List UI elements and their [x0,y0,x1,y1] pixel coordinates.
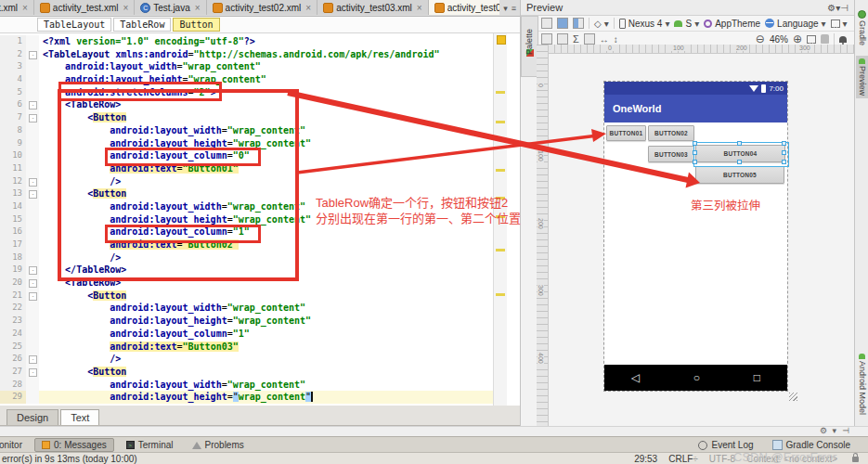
fold-marker-icon[interactable]: - [29,190,37,199]
tab-activity_test03.xml[interactable]: activity_test03.xml× [317,0,429,15]
hide-panel-icon[interactable]: ⊣ [840,3,849,13]
fold-gutter[interactable] [26,124,39,137]
code-line-26[interactable]: 26- /> [0,353,494,366]
preview-button03[interactable]: BUTTON03 [648,146,694,162]
nav-recents-icon[interactable]: □ [754,371,760,384]
close-tab-icon[interactable]: × [417,3,422,13]
tab-activity_test02.xml[interactable]: activity_test02.xml× [207,0,318,15]
canvas-resize-handle[interactable] [789,393,797,401]
tab-activity_test04.xml[interactable]: activity_test04.xml× [429,0,500,15]
fold-gutter[interactable] [26,226,39,238]
columns-icon[interactable] [541,33,552,45]
fold-marker-icon[interactable]: - [29,279,37,288]
fold-marker-icon[interactable]: - [29,114,37,122]
device-selector[interactable]: Nexus 4▾ [619,19,670,29]
error-stripe-marker[interactable] [497,35,506,45]
fold-gutter[interactable] [26,379,39,392]
layout-variants-icon[interactable] [541,18,552,29]
code-line-24[interactable]: 24 android:layout_column="1" [0,328,494,341]
code-line-29[interactable]: 29 android:layout_height="wrap_content" [0,391,494,404]
tab-text[interactable]: Text [60,409,99,425]
zoom-in-icon[interactable]: ⊕ [793,32,802,45]
gear-icon[interactable]: ⚙ [827,3,836,13]
code-line-28[interactable]: 28 android:layout_width="wrap_content" [0,379,494,392]
dock-icon[interactable]: ⊣ [842,426,849,435]
render-options-icon[interactable] [584,33,595,45]
fold-gutter[interactable] [26,302,39,315]
toolwindow-problems[interactable]: Problems [186,439,251,451]
encoding-widget[interactable]: UTF-8 [709,454,735,464]
warning-stripe-marker[interactable] [496,91,505,94]
fold-gutter[interactable] [26,86,39,99]
fold-gutter[interactable] [26,60,39,73]
fold-gutter[interactable] [26,35,39,48]
code-line-5[interactable]: 5 android:stretchColumns="2"> [0,86,494,99]
fold-marker-icon[interactable]: - [29,355,37,364]
fold-gutter[interactable] [26,200,39,213]
code-line-12[interactable]: 12- /> [0,175,494,188]
toolwindow-gradle[interactable]: Gradle [856,7,868,48]
fold-gutter[interactable]: - [26,98,39,111]
fold-gutter[interactable]: - [26,264,39,277]
api-selector[interactable]: S▾ [674,19,699,29]
code-line-25[interactable]: 25 android:text="Button03" [0,341,494,354]
tab-Test.java[interactable]: CTest.java× [135,0,206,15]
close-tab-icon[interactable]: × [305,3,311,13]
code-line-10[interactable]: 10 android:layout_column="0" [0,149,494,162]
code-line-7[interactable]: 7- <Button [0,111,494,124]
code-line-1[interactable]: 1<?xml version="1.0" encoding="utf-8"?> [0,35,494,48]
code-line-16[interactable]: 16 android:layout_column="1" [0,226,494,238]
close-tab-icon[interactable]: × [22,3,28,13]
toolwindow-android-monitor[interactable]: onitor [0,439,29,451]
tab-it_text.xml[interactable]: it_text.xml× [0,0,34,15]
fold-marker-icon[interactable]: - [29,266,37,275]
breadcrumb-button[interactable]: Button [173,18,219,32]
code-line-17[interactable]: 17 android:text="Button02" [0,238,494,251]
tab-activity_test.xml[interactable]: activity_test.xml× [34,0,135,15]
warning-stripe-marker[interactable] [496,249,505,251]
code-line-20[interactable]: 20- <TableRow> [0,277,494,290]
code-line-11[interactable]: 11 android:text="Button01" [0,162,494,175]
code-line-9[interactable]: 9 android:layout_height="wrap_content" [0,137,494,150]
preview-button02[interactable]: BUTTON02 [648,125,694,141]
context-widget[interactable]: Context: <no context> [746,454,837,464]
code-line-4[interactable]: 4 android:layout_height="wrap_content" [0,73,494,86]
preview-canvas[interactable]: 0100200300 0100200300400 7:00 OneWorld B… [537,45,855,426]
line-separator-widget[interactable]: CRLF÷ [668,454,698,464]
breadcrumb-tablelayout[interactable]: TableLayout [37,18,111,32]
close-tab-icon[interactable]: × [195,3,201,13]
warning-stripe-marker[interactable] [496,137,505,140]
code-line-2[interactable]: 2-<TableLayout xmlns:android="http://sch… [0,48,494,61]
collapse-icon[interactable] [557,33,568,45]
nav-home-icon[interactable]: ○ [693,371,700,384]
warning-stripe-marker[interactable] [496,121,505,123]
orientation-selector[interactable]: ◇▾ [594,19,609,29]
toolwindow-gradle-console[interactable]: Gradle Console [766,439,857,451]
fold-gutter[interactable] [26,251,39,264]
close-tab-icon[interactable]: × [123,3,128,13]
fold-marker-icon[interactable]: - [29,368,37,377]
sigma-icon[interactable]: Σ [573,33,579,45]
fold-gutter[interactable]: - [26,366,39,379]
code-line-23[interactable]: 23 android:layout_height="wrap_content" [0,315,494,328]
toolwindow-android-model[interactable]: Android Model [856,351,868,418]
fold-gutter[interactable] [26,341,39,354]
code-line-3[interactable]: 3 android:layout_width="wrap_content" [0,60,494,73]
theme-selector[interactable]: AppTheme [704,19,760,29]
fold-gutter[interactable]: - [26,48,39,61]
code-line-19[interactable]: 19- </TableRow> [0,264,494,277]
fold-gutter[interactable] [26,328,39,341]
warning-stripe-marker[interactable] [496,169,505,172]
gear-icon[interactable]: ⚙ [820,426,827,435]
lock-icon[interactable] [852,457,859,462]
code-line-21[interactable]: 21- <Button [0,290,494,303]
fold-gutter[interactable] [26,137,39,150]
notifications-bell-icon[interactable] [839,36,847,43]
fold-gutter[interactable] [26,213,39,226]
toolwindow-event-log[interactable]: Event Log [692,439,759,451]
toolwindow-terminal[interactable]: >Terminal [120,439,180,451]
fold-gutter[interactable] [26,391,39,404]
fold-gutter[interactable]: - [26,175,39,188]
zoom-fit-icon[interactable] [807,35,816,44]
zoom-out-icon[interactable]: ⊖ [756,32,765,45]
